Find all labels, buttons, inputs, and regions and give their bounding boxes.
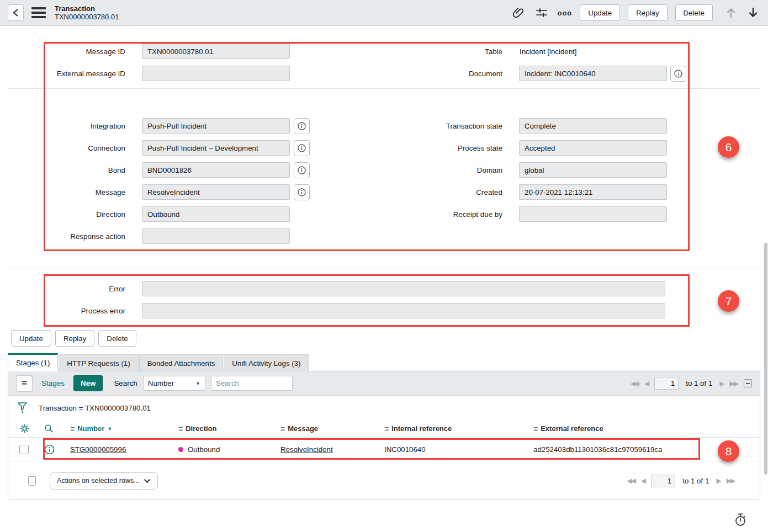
transaction-state-field[interactable]: Complete — [519, 118, 667, 134]
filter-icon[interactable] — [17, 401, 28, 414]
tab-unifi-activity-logs[interactable]: Unifi Activity Logs (3) — [224, 354, 309, 371]
actions-select[interactable]: Actions on selected rows... — [50, 472, 158, 490]
previous-page-icon[interactable]: ◀ — [644, 380, 648, 387]
response-action-field[interactable] — [142, 228, 290, 244]
column-menu-icon: ≡ — [280, 424, 285, 433]
page-number-input[interactable] — [654, 377, 679, 390]
integration-field[interactable]: Push-Pull Incident — [142, 118, 290, 134]
page-number-input[interactable] — [651, 475, 675, 487]
field-label: Document — [360, 70, 502, 78]
tab-http-requests[interactable]: HTTP Requests (1) — [59, 354, 138, 371]
column-header-external-reference[interactable]: ≡ External reference — [533, 424, 760, 433]
top-header-bar: Transaction TXN0000003780.01 ooo Update … — [0, 0, 768, 26]
chevron-down-icon — [144, 477, 151, 485]
field-label: Response action — [45, 232, 125, 241]
last-page-icon[interactable]: ▶▶ — [727, 477, 734, 485]
message-info-button[interactable] — [294, 184, 310, 200]
next-page-icon[interactable]: ▶ — [719, 380, 723, 387]
new-stage-button[interactable]: New — [73, 375, 103, 391]
tab-bonded-attachments[interactable]: Bonded Attachments — [139, 354, 224, 371]
related-list-tabs: Stages (1) HTTP Requests (1) Bonded Atta… — [8, 353, 310, 371]
first-page-icon[interactable]: ◀◀ — [631, 380, 638, 387]
field-label: Process state — [360, 144, 502, 152]
info-icon — [297, 188, 306, 197]
bond-info-button[interactable] — [294, 162, 310, 178]
field-label: Domain — [360, 166, 502, 174]
next-record-icon[interactable] — [746, 5, 760, 20]
search-column-value: Number — [148, 379, 174, 387]
annotation-callout-7: 7 — [718, 290, 739, 312]
first-page-icon[interactable]: ◀◀ — [627, 477, 635, 485]
search-icon[interactable] — [44, 423, 54, 434]
attachment-icon[interactable] — [511, 5, 526, 20]
row-info-icon[interactable] — [44, 444, 55, 455]
column-header-message[interactable]: ≡ Message — [280, 424, 384, 433]
annotation-callout-6: 6 — [718, 136, 739, 158]
list-menu-icon[interactable]: ≡ — [16, 375, 33, 392]
created-field[interactable]: 20-07-2021 12:13:21 — [519, 184, 667, 200]
select-all-checkbox[interactable] — [28, 476, 36, 486]
bond-field[interactable]: BND0001826 — [142, 162, 290, 178]
info-icon — [674, 69, 683, 78]
internal-reference-cell: INC0010640 — [384, 445, 426, 454]
error-field[interactable] — [142, 281, 665, 296]
info-icon — [297, 143, 306, 153]
column-header-internal-reference[interactable]: ≡ Internal reference — [384, 424, 533, 433]
domain-field[interactable]: global — [519, 162, 667, 178]
stage-number-link[interactable]: STG0000005996 — [70, 445, 126, 454]
connection-field[interactable]: Push-Pull Incident ~ Development — [142, 140, 290, 156]
table-row: STG0000005996 Outbound ResolveIncident I… — [8, 438, 760, 461]
field-label: Direction — [45, 210, 125, 219]
last-page-icon[interactable]: ▶▶ — [730, 380, 738, 387]
gear-icon[interactable] — [19, 423, 30, 434]
update-button[interactable]: Update — [580, 4, 620, 21]
field-label: Error — [45, 285, 125, 293]
previous-record-icon[interactable] — [724, 5, 738, 20]
sort-desc-icon: ▼ — [107, 426, 112, 432]
row-checkbox[interactable] — [19, 445, 29, 454]
search-input[interactable] — [211, 376, 293, 391]
list-title[interactable]: Stages — [41, 379, 65, 387]
process-error-field[interactable] — [142, 303, 665, 318]
column-header-number[interactable]: ≡ Number ▼ — [70, 424, 178, 433]
search-column-select[interactable]: Number ▼ — [143, 376, 205, 391]
connection-info-button[interactable] — [294, 140, 310, 156]
context-menu-icon[interactable] — [30, 6, 47, 19]
column-menu-icon: ≡ — [178, 424, 183, 433]
next-page-icon[interactable]: ▶ — [716, 477, 720, 485]
personalize-form-icon[interactable] — [534, 5, 549, 20]
chevron-left-icon — [12, 8, 20, 18]
replay-button-bottom[interactable]: Replay — [55, 330, 94, 347]
column-menu-icon: ≡ — [70, 424, 75, 433]
field-label: Created — [360, 188, 502, 196]
field-label: Message ID — [45, 47, 125, 56]
document-field[interactable]: Incident: INC0010640 — [519, 66, 667, 81]
column-header-direction[interactable]: ≡ Direction — [178, 424, 280, 433]
page-range-label: to 1 of 1 — [682, 477, 709, 485]
stopwatch-icon[interactable] — [733, 512, 748, 528]
more-options-icon[interactable]: ooo — [557, 9, 572, 17]
page-title: Transaction TXN0000003780.01 — [55, 4, 119, 21]
filter-breadcrumb[interactable]: Transaction = TXN0000003780.01 — [39, 404, 151, 412]
vertical-scrollbar[interactable] — [764, 243, 767, 475]
actions-select-value: Actions on selected rows... — [57, 477, 140, 485]
delete-button[interactable]: Delete — [675, 4, 713, 21]
process-state-field[interactable]: Accepted — [519, 140, 667, 156]
message-field[interactable]: ResolveIncident — [142, 184, 290, 200]
back-button[interactable] — [8, 4, 24, 21]
message-id-field[interactable]: TXN0000003780.01 — [142, 44, 290, 59]
previous-page-icon[interactable]: ◀ — [641, 477, 645, 485]
list-header-row: ≡ Number ▼ ≡ Direction ≡ Message ≡ Inter… — [8, 420, 760, 438]
receipt-due-by-field[interactable] — [519, 206, 667, 222]
document-info-button[interactable] — [670, 66, 686, 82]
delete-button-bottom[interactable]: Delete — [98, 330, 136, 347]
direction-field[interactable]: Outbound — [142, 206, 290, 222]
external-message-id-field[interactable] — [142, 66, 290, 81]
integration-info-button[interactable] — [294, 118, 310, 134]
collapse-list-icon[interactable] — [744, 379, 752, 387]
replay-button[interactable]: Replay — [628, 4, 667, 21]
record-number: TXN0000003780.01 — [55, 13, 119, 21]
stage-message-link[interactable]: ResolveIncident — [280, 445, 333, 454]
tab-stages[interactable]: Stages (1) — [8, 353, 58, 371]
update-button-bottom[interactable]: Update — [11, 330, 51, 347]
